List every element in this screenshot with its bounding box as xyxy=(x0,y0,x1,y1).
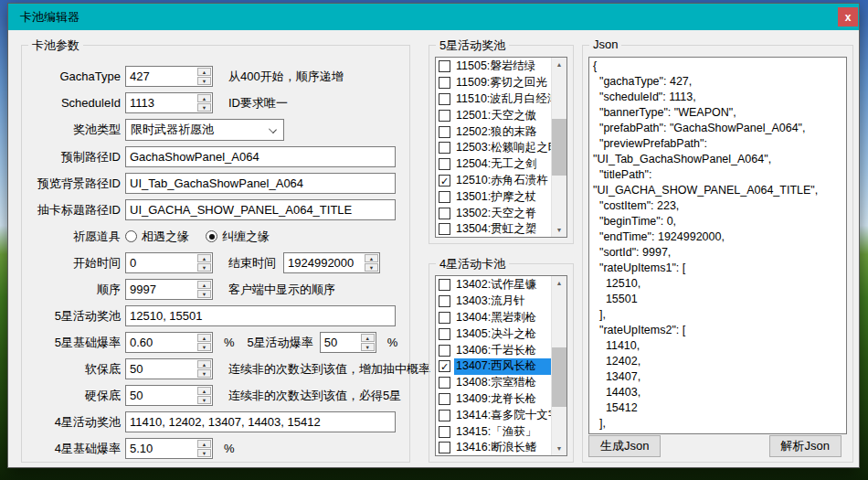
checkbox[interactable]: ✓ xyxy=(439,360,450,372)
checkbox[interactable] xyxy=(439,279,450,291)
rate-up-4-input[interactable] xyxy=(126,415,395,429)
spinner[interactable]: ▲▼ xyxy=(197,94,211,112)
spin-down-icon[interactable]: ▼ xyxy=(197,369,211,378)
list-item[interactable]: ✓13407:西风长枪 xyxy=(436,358,551,375)
list-item[interactable]: 13414:喜多院十文字 xyxy=(436,407,551,423)
base-rate-4-field[interactable]: ▲▼ xyxy=(125,438,213,459)
checkbox[interactable] xyxy=(439,110,450,122)
begin-time-field[interactable]: ▲▼ xyxy=(125,252,213,273)
parse-json-button[interactable]: 解析Json xyxy=(769,435,842,457)
spin-up-icon[interactable]: ▲ xyxy=(197,68,211,76)
checkbox[interactable] xyxy=(439,295,450,307)
base-rate-5-field[interactable]: ▲▼ xyxy=(125,332,213,353)
scroll-down-icon[interactable]: ▼ xyxy=(552,223,566,237)
hard-pity-field[interactable]: ▲▼ xyxy=(125,385,213,406)
spinner[interactable]: ▲▼ xyxy=(197,281,211,298)
list-item[interactable]: 11505:磐岩结绿 xyxy=(436,59,551,75)
list-item[interactable]: 13416:断浪长鳍 xyxy=(436,440,551,456)
spin-up-icon[interactable]: ▲ xyxy=(365,254,378,262)
end-time-input[interactable] xyxy=(284,256,365,270)
checkbox[interactable] xyxy=(439,191,450,203)
schedule-id-field[interactable]: ▲▼ xyxy=(125,92,213,113)
spin-up-icon[interactable]: ▲ xyxy=(361,334,375,342)
spinner[interactable]: ▲▼ xyxy=(365,254,378,272)
list-item[interactable]: 13403:流月针 xyxy=(436,293,551,310)
scrollbar-thumb[interactable] xyxy=(552,347,566,407)
base-rate-5-input[interactable] xyxy=(126,336,197,349)
banner-type-select[interactable]: 限时武器祈愿池 xyxy=(125,119,284,141)
spin-up-icon[interactable]: ▲ xyxy=(197,387,211,395)
list-item[interactable]: 13415:「渔获」 xyxy=(436,423,551,440)
list-item[interactable]: 13409:龙脊长枪 xyxy=(436,391,551,408)
spinner[interactable]: ▲▼ xyxy=(197,387,211,404)
checkbox[interactable] xyxy=(439,142,450,154)
soft-pity-input[interactable] xyxy=(126,362,197,376)
list-item[interactable]: 11509:雾切之回光 xyxy=(436,75,551,91)
spin-down-icon[interactable]: ▼ xyxy=(197,290,211,298)
scroll-down-icon[interactable]: ▼ xyxy=(552,442,566,455)
list-item[interactable]: 13405:决斗之枪 xyxy=(436,325,551,342)
spin-down-icon[interactable]: ▼ xyxy=(197,343,211,351)
spin-up-icon[interactable]: ▲ xyxy=(197,254,211,262)
preview-path-input[interactable] xyxy=(126,176,395,190)
spin-up-icon[interactable]: ▲ xyxy=(197,440,211,448)
spin-down-icon[interactable]: ▼ xyxy=(197,396,211,404)
prefab-path-input[interactable] xyxy=(126,150,395,164)
radio-acquaint-fate[interactable] xyxy=(125,230,137,242)
checkbox[interactable] xyxy=(439,208,450,219)
spinner[interactable]: ▲▼ xyxy=(361,334,375,351)
five-star-scrollbar[interactable]: ▲ ▼ xyxy=(551,58,566,237)
checkbox[interactable] xyxy=(439,328,450,340)
sort-id-input[interactable] xyxy=(126,283,197,296)
spin-down-icon[interactable]: ▼ xyxy=(361,343,375,351)
spin-down-icon[interactable]: ▼ xyxy=(197,77,211,85)
checkbox[interactable] xyxy=(439,158,450,170)
spin-down-icon[interactable]: ▼ xyxy=(365,263,378,272)
checkbox[interactable] xyxy=(439,426,450,438)
event-rate-5-field[interactable]: ▲▼ xyxy=(320,332,376,353)
checkbox[interactable] xyxy=(439,345,450,357)
list-item[interactable]: ✓12510:赤角石溃杵 xyxy=(436,173,551,189)
scroll-up-icon[interactable]: ▲ xyxy=(552,276,566,290)
end-time-field[interactable]: ▲▼ xyxy=(283,252,380,273)
five-star-listbox[interactable]: 11505:磐岩结绿11509:雾切之回光11510:波乱月白经津12501:天… xyxy=(435,57,567,238)
spin-up-icon[interactable]: ▲ xyxy=(197,334,211,342)
list-item[interactable]: 12501:天空之傲 xyxy=(436,107,551,123)
title-path-field[interactable] xyxy=(125,199,396,220)
schedule-id-input[interactable] xyxy=(126,96,197,110)
gacha-type-input[interactable] xyxy=(126,69,197,83)
list-item[interactable]: 13402:试作星镰 xyxy=(436,277,551,293)
list-item[interactable]: 13406:千岩长枪 xyxy=(436,342,551,358)
four-star-scrollbar[interactable]: ▲ ▼ xyxy=(551,276,566,455)
rate-up-4-field[interactable] xyxy=(125,411,396,432)
checkbox[interactable] xyxy=(439,442,450,453)
checkbox[interactable] xyxy=(439,312,450,324)
scroll-up-icon[interactable]: ▲ xyxy=(552,58,566,71)
prefab-path-field[interactable] xyxy=(125,146,396,167)
checkbox[interactable] xyxy=(439,93,450,105)
scrollbar-thumb[interactable] xyxy=(552,119,566,176)
checkbox[interactable] xyxy=(439,410,450,421)
spinner[interactable]: ▲▼ xyxy=(197,334,211,351)
spin-down-icon[interactable]: ▼ xyxy=(197,449,211,457)
gacha-type-field[interactable]: ▲▼ xyxy=(125,66,213,87)
radio-intertwined-fate[interactable] xyxy=(206,230,217,242)
checkbox[interactable] xyxy=(439,377,450,389)
base-rate-4-input[interactable] xyxy=(126,442,197,455)
spin-down-icon[interactable]: ▼ xyxy=(197,103,211,112)
preview-path-field[interactable] xyxy=(125,173,396,194)
json-textarea[interactable]: { "gachaType": 427, "scheduleId": 1113, … xyxy=(588,57,847,434)
four-star-listbox[interactable]: 13402:试作星镰13403:流月针13404:黑岩刺枪13405:决斗之枪1… xyxy=(435,275,567,456)
rate-up-5-field[interactable] xyxy=(125,305,396,326)
generate-json-button[interactable]: 生成Json xyxy=(588,435,661,457)
list-item[interactable]: 12503:松籁响起之时 xyxy=(436,140,551,156)
list-item[interactable]: 13502:天空之脊 xyxy=(436,205,551,221)
spin-up-icon[interactable]: ▲ xyxy=(197,360,211,368)
checkbox[interactable]: ✓ xyxy=(439,175,450,187)
list-item[interactable]: 11510:波乱月白经津 xyxy=(436,91,551,108)
rate-up-5-input[interactable] xyxy=(126,309,395,323)
spinner[interactable]: ▲▼ xyxy=(197,254,211,272)
list-item[interactable]: 13501:护摩之杖 xyxy=(436,188,551,205)
list-item[interactable]: 13408:宗室猎枪 xyxy=(436,375,551,391)
spinner[interactable]: ▲▼ xyxy=(197,440,211,457)
